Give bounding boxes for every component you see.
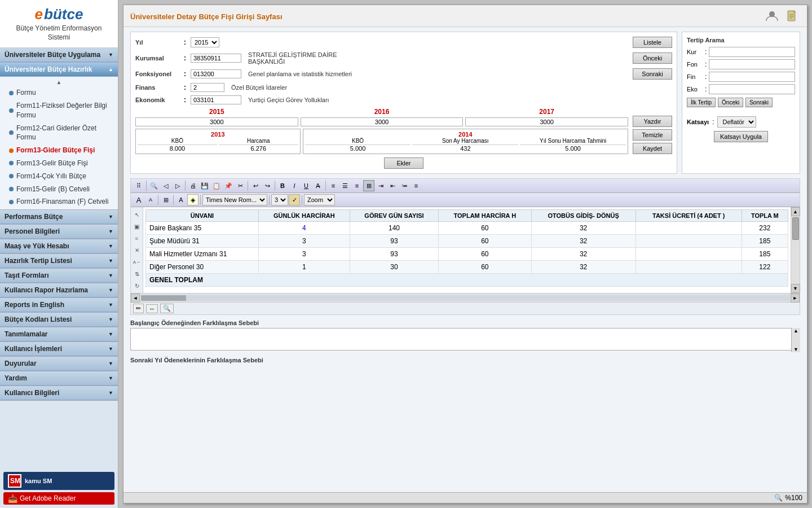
document-icon[interactable] [784,8,800,24]
baslangic-textarea[interactable] [130,328,800,351]
katsayi-uygula-button[interactable]: Katsayı Uygula [714,131,768,142]
rte-copy-btn[interactable]: 📋 [211,180,222,191]
rte-align-left-btn[interactable]: ≡ [328,180,339,191]
rte-indent-btn[interactable]: ⇥ [375,180,386,191]
yil-select[interactable]: 2015 [191,37,219,47]
rte-align-right-btn[interactable]: ≡ [351,180,363,191]
temizle-button[interactable]: Temizle [633,129,672,141]
rte-font-size-up-btn[interactable]: A [133,194,144,205]
rte-cut-btn[interactable]: ✂ [235,180,246,191]
sidebar-item-performans-butce[interactable]: Performans Bütçe ▼ [0,210,118,224]
rte-paste-btn[interactable]: 📌 [223,180,234,191]
rte-undo-btn[interactable]: ↩ [250,180,261,191]
rte-table-btn[interactable]: ⊞ [363,180,374,191]
rte-redo-btn[interactable]: ↪ [262,180,273,191]
rte-tool-4[interactable]: ⇅ [132,269,142,279]
rte-hscroll-right[interactable]: ► [791,294,800,303]
rte-tool-2[interactable]: ✕ [132,245,142,255]
sidebar-item-form11[interactable]: Form11-Fiziksel Değerler Bilgi Formu [0,99,118,122]
sonraki-button[interactable]: Sonraki [633,68,672,80]
tertip-kur-input[interactable] [709,47,795,57]
rte-align-center-btn[interactable]: ☰ [339,180,351,191]
rte-scroll-up[interactable]: ▲ [791,207,800,216]
kurumsal-input[interactable] [191,54,241,63]
onceki-button[interactable]: Önceki [633,52,672,64]
rte-apply-btn[interactable]: ✓ [289,194,300,205]
sidebar-item-form14[interactable]: Form14-Çok Yıllı Bütçe [0,170,118,183]
ekonomik-input[interactable] [191,95,241,104]
rte-tool-1[interactable]: ≈ [132,233,142,243]
rte-hscroll-thumb[interactable] [141,295,186,301]
sidebar-item-reports-english[interactable]: Reports in English ▼ [0,298,118,312]
rte-bold-btn[interactable]: B [277,180,288,191]
rte-drag-btn[interactable]: ⠿ [133,180,144,191]
yazdir-button[interactable]: Yazdır [633,116,672,127]
sidebar-item-kullanici-islemleri[interactable]: Kullanıcı İşlemleri ▼ [0,342,118,356]
kaydet-button[interactable]: Kaydet [633,143,672,154]
sidebar-item-kullanici-bilgileri[interactable]: Kullanıcı Bilgileri ▼ [0,386,118,400]
rte-tool-5[interactable]: ↻ [132,281,142,291]
baslangic-scroll-down[interactable]: ▼ [793,347,798,352]
rte-underline-btn[interactable]: U [301,180,312,191]
sidebar-item-hazirlik-tertip[interactable]: Hazırlık Tertip Listesi ▼ [0,254,118,268]
tertip-sonraki-button[interactable]: Sonraki [745,98,773,107]
rte-list-ol-btn[interactable]: ≔ [399,180,410,191]
tertip-onceki-button[interactable]: Önceki [718,98,743,107]
baslangic-scroll-up[interactable]: ▲ [793,328,798,334]
sidebar-item-butce-kodlari[interactable]: Bütçe Kodları Listesi ▼ [0,313,118,327]
year-2016-input[interactable] [301,117,464,126]
sidebar-item-kullanici-rapor[interactable]: Kullanıcı Rapor Hazırlama ▼ [0,283,118,297]
rte-mini-zoom[interactable]: 🔍 [160,304,174,313]
ekler-button[interactable]: Ekler [384,157,423,169]
rte-outdent-btn[interactable]: ⇤ [387,180,398,191]
rte-print-btn[interactable]: 🖨 [187,180,198,191]
rte-strikethrough-btn[interactable]: A̶ [312,180,324,191]
year-2017-input[interactable] [465,117,628,126]
katsayi-select[interactable]: Deflatör TÜFE ÜFE [717,116,756,128]
rte-scroll-down[interactable]: ▼ [791,284,800,293]
rte-prev-btn[interactable]: ◁ [160,180,171,191]
sidebar-item-yardim[interactable]: Yardım ▼ [0,371,118,386]
rte-font-size-down-btn[interactable]: A [145,194,156,205]
nav-section-header-0[interactable]: Üniversiteler Bütçe Uygulama ▼ [0,48,118,62]
rte-mini-arrow[interactable]: ↔ [146,304,158,313]
kamu-sm-badge[interactable]: SM kamu SM [3,472,114,490]
sidebar-item-form12[interactable]: Form12-Cari Giderler Özet Formu [0,122,118,144]
fonksiyonel-input[interactable] [191,69,241,78]
rte-table-insert-btn[interactable]: ⊞ [160,194,171,205]
sidebar-item-form16[interactable]: Form16-Finansman (F) Cetveli [0,195,118,208]
year-2015-input[interactable] [135,117,298,126]
rte-tool-3[interactable]: A↔ [132,257,142,267]
scroll-up-arrow[interactable]: ▲ [0,78,118,86]
tertip-fin-input[interactable] [709,72,795,82]
rte-next-btn[interactable]: ▷ [172,180,183,191]
tertip-eko-input[interactable] [709,84,795,94]
listele-button[interactable]: Listele [633,37,672,48]
sidebar-item-form13-gider[interactable]: Form13-Gider Bütçe Fişi [0,144,118,157]
user-icon[interactable] [764,8,780,24]
adobe-badge[interactable]: 📥 Get Adobe Reader [3,492,114,505]
rte-size-select[interactable]: 3 1245 [271,194,288,205]
rte-mini-pencil[interactable]: ✏ [133,304,144,313]
rte-list-ul-btn[interactable]: ≡ [411,180,422,191]
rte-zoom-select[interactable]: Zoom 50%75%100%125% [304,194,335,205]
sidebar-item-duyurular[interactable]: Duyurular ▼ [0,357,118,371]
rte-fontcolor-btn[interactable]: A [175,194,187,205]
sidebar-item-personel-bilgileri[interactable]: Personel Bilgileri ▼ [0,225,118,239]
sidebar-item-tasit-formlari[interactable]: Taşıt Formları ▼ [0,269,118,283]
finans-input[interactable] [191,83,224,92]
sidebar-item-formu[interactable]: Formu [0,86,118,99]
rte-hscroll-left[interactable]: ◄ [131,294,140,303]
rte-highlight-btn[interactable]: ◈ [187,194,198,205]
nav-section-header-1[interactable]: Üniversiteler Bütçe Hazırlık ▲ [0,63,118,77]
tertip-fon-input[interactable] [709,59,795,69]
rte-scroll-thumb[interactable] [792,217,799,240]
rte-tool-select[interactable]: ▣ [132,221,142,231]
sidebar-item-form13-gelir[interactable]: Form13-Gelir Bütçe Fişi [0,157,118,170]
rte-font-select[interactable]: Times New Rom... Arial [202,194,267,205]
rte-italic-btn[interactable]: I [289,180,300,191]
sidebar-item-tanimlamalar[interactable]: Tanımlamalar ▼ [0,327,118,341]
sidebar-item-maas-yuk[interactable]: Maaş ve Yük Hesabı ▼ [0,239,118,253]
rte-save-btn[interactable]: 💾 [199,180,210,191]
sidebar-item-form15[interactable]: Form15-Gelir (B) Cetveli [0,183,118,196]
